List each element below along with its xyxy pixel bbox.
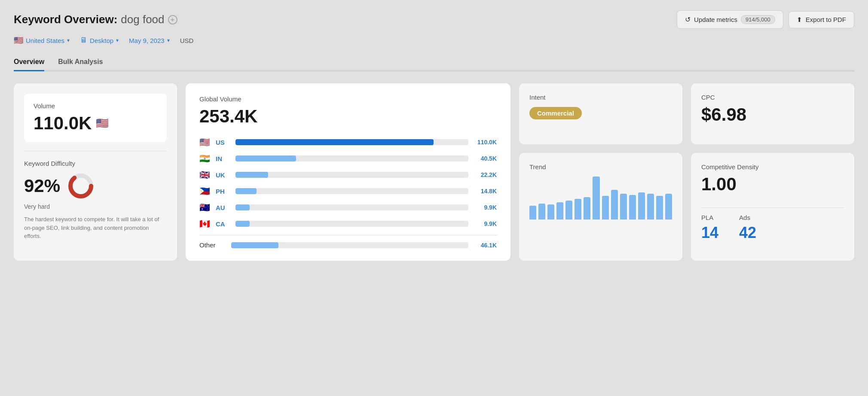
tabs-bar: Overview Bulk Analysis xyxy=(14,54,854,71)
intent-badge: Commercial xyxy=(529,107,582,119)
currency-label: USD xyxy=(180,37,194,44)
trend-label: Trend xyxy=(529,163,672,171)
au-bar-container xyxy=(235,204,468,210)
monitor-icon: 🖥 xyxy=(80,36,87,45)
uk-value: 22.2K xyxy=(473,171,497,178)
kd-description: The hardest keyword to compete for. It w… xyxy=(24,215,167,241)
update-metrics-button[interactable]: ↺ Update metrics 914/5,000 xyxy=(677,10,783,29)
ph-code: PH xyxy=(216,188,231,195)
header-actions: ↺ Update metrics 914/5,000 ⬆ Export to P… xyxy=(677,10,854,29)
us-bar xyxy=(235,139,434,145)
device-filter[interactable]: 🖥 Desktop ▾ xyxy=(80,36,119,45)
trend-chart xyxy=(529,177,672,219)
other-bar-container xyxy=(231,242,468,248)
trend-bar-5 xyxy=(575,199,581,219)
uk-bar-container xyxy=(235,172,468,178)
device-label: Desktop xyxy=(90,37,113,44)
ca-value: 9.9K xyxy=(473,220,497,227)
trend-bar-3 xyxy=(556,202,563,219)
quota-badge: 914/5,000 xyxy=(741,15,775,24)
country-flag: 🇺🇸 xyxy=(14,36,23,45)
kd-donut-chart xyxy=(67,172,95,200)
au-bar xyxy=(235,204,250,210)
date-filter[interactable]: May 9, 2023 ▾ xyxy=(129,37,170,44)
in-flag: 🇮🇳 xyxy=(199,153,211,164)
country-row-ph: 🇵🇭 PH 14.8K xyxy=(199,186,497,196)
volume-value: 110.0K 🇺🇸 xyxy=(34,113,157,134)
pla-value: 14 xyxy=(701,224,718,242)
global-volume-value: 253.4K xyxy=(199,106,497,127)
uk-bar xyxy=(235,172,268,178)
add-keyword-icon[interactable]: + xyxy=(168,15,177,24)
ads-item: Ads 42 xyxy=(739,214,756,242)
export-label: Export to PDF xyxy=(806,16,846,23)
trend-bar-15 xyxy=(665,194,672,219)
other-value: 46.1K xyxy=(473,242,497,249)
date-chevron-icon: ▾ xyxy=(167,37,170,43)
in-bar-container xyxy=(235,155,468,161)
intent-label: Intent xyxy=(529,94,672,101)
kd-label: Keyword Difficulty xyxy=(24,160,167,167)
trend-bar-2 xyxy=(547,204,554,219)
tab-overview[interactable]: Overview xyxy=(14,54,44,71)
kd-hard-label: Very hard xyxy=(24,203,167,210)
us-flag-icon: 🇺🇸 xyxy=(96,117,109,129)
country-label: United States xyxy=(26,37,64,44)
cpc-value: $6.98 xyxy=(701,104,844,125)
ph-bar-container xyxy=(235,188,468,194)
trend-bar-1 xyxy=(538,204,545,219)
title-prefix: Keyword Overview: xyxy=(14,13,117,26)
trend-bar-9 xyxy=(611,190,618,219)
us-value: 110.0K xyxy=(473,139,497,146)
volume-label: Volume xyxy=(34,102,157,110)
trend-card: Trend xyxy=(519,153,682,261)
country-chevron-icon: ▾ xyxy=(67,37,70,43)
us-flag: 🇺🇸 xyxy=(199,137,211,147)
uk-code: UK xyxy=(216,171,231,179)
intent-card: Intent Commercial xyxy=(519,83,682,144)
au-flag: 🇦🇺 xyxy=(199,202,211,213)
country-row-in: 🇮🇳 IN 40.5K xyxy=(199,153,497,164)
country-row-us: 🇺🇸 US 110.0K xyxy=(199,137,497,147)
ca-bar-container xyxy=(235,221,468,227)
country-filter[interactable]: 🇺🇸 United States ▾ xyxy=(14,36,70,45)
ph-value: 14.8K xyxy=(473,188,497,195)
trend-bar-12 xyxy=(638,192,645,219)
cpc-card: CPC $6.98 xyxy=(691,83,854,144)
au-code: AU xyxy=(216,204,231,211)
volume-card: Volume 110.0K 🇺🇸 Keyword Difficulty 92% … xyxy=(14,83,177,261)
volume-top-section: Volume 110.0K 🇺🇸 xyxy=(24,94,167,142)
cpc-label: CPC xyxy=(701,94,844,101)
tab-bulk-analysis[interactable]: Bulk Analysis xyxy=(58,54,103,71)
ads-value: 42 xyxy=(739,224,756,242)
pla-item: PLA 14 xyxy=(701,214,718,242)
trend-bar-4 xyxy=(565,201,572,219)
cd-value: 1.00 xyxy=(701,174,844,195)
us-code: US xyxy=(216,139,231,146)
export-pdf-button[interactable]: ⬆ Export to PDF xyxy=(789,11,854,28)
filters-bar: 🇺🇸 United States ▾ 🖥 Desktop ▾ May 9, 20… xyxy=(14,36,854,45)
ads-label: Ads xyxy=(739,214,756,221)
country-row-au: 🇦🇺 AU 9.9K xyxy=(199,202,497,213)
refresh-icon: ↺ xyxy=(685,15,691,24)
cd-card: Competitive Density 1.00 PLA 14 Ads 42 xyxy=(691,153,854,261)
kd-row: 92% xyxy=(24,172,167,200)
trend-bar-13 xyxy=(647,194,654,219)
date-label: May 9, 2023 xyxy=(129,37,165,44)
trend-bar-8 xyxy=(602,196,609,219)
us-bar-container xyxy=(235,139,468,145)
country-row-ca: 🇨🇦 CA 9.9K xyxy=(199,219,497,229)
device-chevron-icon: ▾ xyxy=(116,37,119,43)
ph-bar xyxy=(235,188,257,194)
ca-bar xyxy=(235,221,250,227)
cards-grid: Volume 110.0K 🇺🇸 Keyword Difficulty 92% … xyxy=(14,83,854,261)
pla-ads-row: PLA 14 Ads 42 xyxy=(701,214,844,242)
trend-bar-7 xyxy=(593,177,599,219)
page-header: Keyword Overview: dog food + ↺ Update me… xyxy=(14,10,854,29)
au-value: 9.9K xyxy=(473,204,497,211)
export-icon: ⬆ xyxy=(797,16,802,24)
trend-bar-6 xyxy=(584,197,590,219)
ca-flag: 🇨🇦 xyxy=(199,219,211,229)
in-code: IN xyxy=(216,155,231,162)
keyword-text: dog food xyxy=(121,13,164,26)
